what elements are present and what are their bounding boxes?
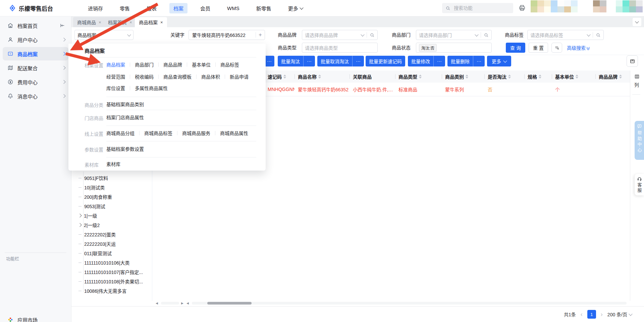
menu-item-product-tag[interactable]: 商品标签 <box>220 61 239 68</box>
sidebar-item-delivery[interactable]: 配送聚合 <box>3 61 68 75</box>
status-tag[interactable]: 淘汰:否 <box>419 44 437 52</box>
sort-icon[interactable] <box>466 75 468 79</box>
batch-cancel-obsolete-button[interactable]: 批量取消淘汰 <box>317 58 352 64</box>
prev-page-icon[interactable]: ‹ <box>581 311 583 318</box>
printer-icon[interactable] <box>519 4 526 11</box>
menu-item-business-scope[interactable]: 经营范围 <box>106 73 125 80</box>
sidebar-item-expense-center[interactable]: 费用中心 <box>3 75 68 89</box>
tree-node[interactable]: 22222202|蛋类 <box>78 230 116 239</box>
tree-node[interactable]: 10086|伟大无需多言 <box>78 286 127 295</box>
menu-item-query-template[interactable]: 商品查询模板 <box>163 73 192 80</box>
nav-item-member[interactable]: 会员 <box>196 3 214 13</box>
page-size-select[interactable]: 200 条/页 <box>607 311 632 318</box>
tree-scroll-left-icon[interactable]: ◀ <box>156 301 158 305</box>
page-number-button[interactable]: 1 <box>587 310 596 319</box>
advanced-search-link[interactable]: 高级搜索 <box>567 43 589 53</box>
columns-icon[interactable] <box>634 74 640 79</box>
tree-scroll-right-icon[interactable]: ▶ <box>181 301 183 305</box>
menu-item-mall-tag[interactable]: 商城商品标签 <box>144 130 172 136</box>
sort-icon[interactable] <box>508 75 511 79</box>
sidebar-item-message-center[interactable]: 消息中心 <box>3 89 68 103</box>
next-page-icon[interactable]: › <box>601 311 603 318</box>
customer-service-widget[interactable]: 客服 <box>635 174 644 195</box>
batch-delete-more-button[interactable]: ··· <box>473 58 485 64</box>
sort-icon[interactable] <box>283 75 286 79</box>
tree-node[interactable]: 200|肉食称重 <box>78 192 112 201</box>
avatar[interactable] <box>531 0 578 12</box>
keyword-input[interactable] <box>192 32 253 38</box>
tree-node[interactable]: 10|测试类 <box>78 183 105 192</box>
menu-item-param-settings[interactable]: 基础档案参数设置 <box>106 145 144 152</box>
menu-item-bin-settings[interactable]: 库位设置 <box>106 85 125 91</box>
tree-node-expandable[interactable]: 1|一级 <box>78 211 97 220</box>
query-button[interactable]: 查 询 <box>506 43 525 53</box>
sort-icon[interactable] <box>576 75 578 79</box>
column-header-related-product[interactable]: 关联商品 <box>350 71 395 83</box>
menu-item-product-volume[interactable]: 商品体积 <box>201 73 220 80</box>
tree-node[interactable]: 011|联营测试 <box>78 248 112 258</box>
global-search-input[interactable] <box>453 5 505 11</box>
search-icon[interactable] <box>370 33 375 38</box>
help-center-widget[interactable]: 帮助中心 <box>635 121 644 160</box>
sidebar-item-archive-home[interactable]: 档案首页 <box>3 19 68 32</box>
table-scroll-left-icon[interactable]: ◀ <box>186 301 189 305</box>
nav-item-report[interactable]: 报表 <box>143 3 161 13</box>
column-header-product-category[interactable]: 商品类别 <box>442 71 484 83</box>
tab-product-archive[interactable]: 商品档案 × <box>135 17 167 27</box>
nav-item-new-retail[interactable]: 新零售 <box>252 3 275 13</box>
tree-node[interactable]: 11111101010107|客户指定... <box>78 267 143 277</box>
table-display-settings-button[interactable] <box>627 55 638 67</box>
menu-item-new-product-request[interactable]: 新品申请 <box>230 73 249 80</box>
nav-item-archive[interactable]: 档案 <box>169 3 187 13</box>
filter-settings-button[interactable] <box>551 43 562 53</box>
reset-button[interactable]: 重 置 <box>529 43 548 53</box>
menu-item-base-unit[interactable]: 基本单位 <box>192 61 211 68</box>
type-select[interactable]: 请选择商品类型 <box>302 43 378 53</box>
menu-item-mall-service[interactable]: 商城商品服务 <box>182 130 210 136</box>
avatar[interactable] <box>616 0 643 12</box>
batch-obsolete-more-button[interactable]: ··· <box>304 58 315 64</box>
column-header-obsolete[interactable]: 是否淘汰 <box>484 71 524 83</box>
nav-item-wms[interactable]: WMS <box>223 4 244 13</box>
batch-delete-button[interactable]: 批量删除 <box>447 58 473 64</box>
column-header-product-name[interactable]: 商品名称 <box>294 71 350 83</box>
sidebar-item-app-market[interactable]: 应用市场 <box>3 313 68 322</box>
menu-item-product-brand[interactable]: 商品品牌 <box>163 61 182 68</box>
menu-item-product-archive[interactable]: 商品档案 <box>106 61 125 68</box>
more-actions-button[interactable]: 更多 <box>487 56 511 66</box>
column-header-spec[interactable]: 规格 <box>524 71 552 83</box>
sort-icon[interactable] <box>619 75 622 79</box>
search-icon[interactable] <box>596 33 601 38</box>
menu-item-store-product-attr[interactable]: 档案门店商品属性 <box>106 114 144 121</box>
batch-edit-button[interactable]: 批量修改 <box>408 58 433 64</box>
tab-archive-home[interactable]: 档案首页 × <box>104 17 136 27</box>
chevron-right-icon[interactable] <box>78 223 82 227</box>
table-scrollbar-thumb[interactable] <box>207 302 252 305</box>
tree-node[interactable]: 22222203|天运 <box>78 239 116 248</box>
sidebar-item-user-center[interactable]: 用户中心 <box>3 33 68 46</box>
tree-node[interactable]: 11111101010108|外卖果切... <box>78 277 143 286</box>
avatar[interactable] <box>593 0 606 12</box>
tree-node-expandable[interactable]: 2|一级2 <box>78 220 100 230</box>
keyword-input-box[interactable]: + <box>189 30 265 40</box>
global-search[interactable] <box>442 3 513 13</box>
status-select[interactable]: 淘汰:否 <box>416 43 492 53</box>
collapse-sidebar-icon[interactable] <box>60 23 65 28</box>
tree-node[interactable]: 9053|测试 <box>78 201 105 211</box>
nav-item-retail[interactable]: 零售 <box>116 3 134 13</box>
tag-select[interactable]: 请选择商品标签 <box>527 30 604 40</box>
column-header-product-type[interactable]: 商品类型 <box>395 71 442 83</box>
nav-item-more[interactable]: 更多 <box>284 3 307 13</box>
menu-item-multi-attribute[interactable]: 多属性商品属性 <box>135 85 168 91</box>
sort-icon[interactable] <box>419 75 422 79</box>
chevron-right-icon[interactable] <box>78 214 82 217</box>
close-icon[interactable]: × <box>99 20 101 25</box>
menu-item-mall-group[interactable]: 商城商品分组 <box>106 130 135 136</box>
menu-item-tax-code[interactable]: 税收编码 <box>135 73 154 80</box>
close-icon[interactable]: × <box>160 20 163 25</box>
tree-node[interactable]: 9051|F饮料 <box>78 173 108 183</box>
column-header-shortcode[interactable]: 速记码 <box>264 71 294 83</box>
menu-item-product-department[interactable]: 商品部门 <box>135 61 154 68</box>
module-select[interactable]: 商品档案 <box>74 30 133 40</box>
sort-icon[interactable] <box>539 75 541 79</box>
